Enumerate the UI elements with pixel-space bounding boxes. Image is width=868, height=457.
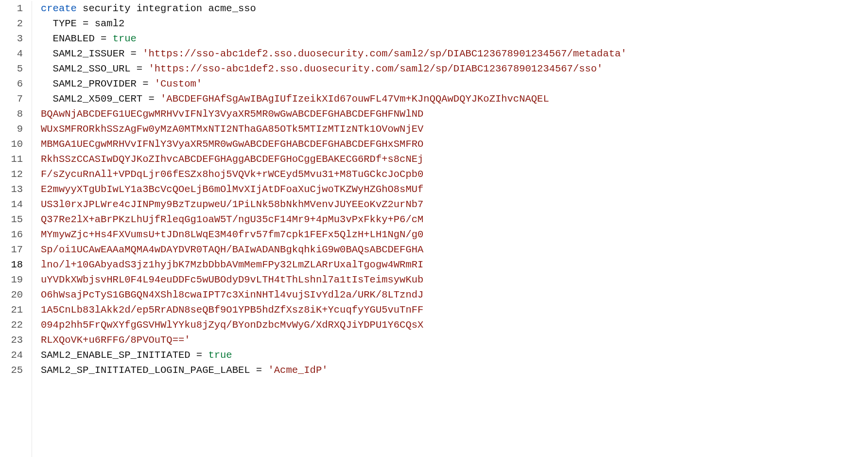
code-token: E2mwyyXTgUbIwLY1a3BcVcQOeLjB6mOlMvXIjAtD… (41, 184, 423, 195)
code-token: F/sZycuRnAll+VPDqLjr06fESZx8hoj5VQVk+rWC… (41, 169, 423, 180)
code-token: Q37Re2lX+aBrPKzLhUjfRleqGg1oaW5T/ngU35cF… (41, 214, 423, 225)
code-token: 'https://sso-abc1def2.sso.duosecurity.co… (148, 63, 603, 74)
code-token: SAML2_PROVIDER = (53, 78, 155, 89)
code-token: US3l0rxJPLWre4cJINPmy9BzTzupweU/1PiLNk58… (41, 199, 423, 210)
code-line[interactable]: SAML2_SSO_URL = 'https://sso-abc1def2.ss… (41, 61, 864, 76)
line-number: 21 (0, 302, 23, 317)
code-token: lno/l+10GAbyadS3jz1hyjbK7MzbDbbAVmMemFPy… (41, 259, 423, 270)
code-token: SAML2_X509_CERT = (53, 93, 160, 105)
line-number: 17 (0, 242, 23, 257)
code-line[interactable]: WUxSMFRORkhSSzAgFw0yMzA0MTMxNTI2NThaGA85… (41, 122, 864, 137)
line-number: 15 (0, 212, 23, 227)
code-token: SAML2_ISSUER = (53, 48, 143, 59)
code-line[interactable]: Q37Re2lX+aBrPKzLhUjfRleqGg1oaW5T/ngU35cF… (41, 212, 864, 227)
code-token: SAML2_SSO_URL = (53, 63, 149, 74)
code-line[interactable]: E2mwyyXTgUbIwLY1a3BcVcQOeLjB6mOlMvXIjAtD… (41, 182, 864, 197)
code-line[interactable]: MBMGA1UECgwMRHVvIFNlY3VyaXR5MR0wGwABCDEF… (41, 137, 864, 152)
line-number: 1 (0, 1, 23, 16)
code-line[interactable]: TYPE = saml2 (41, 16, 864, 31)
code-line[interactable]: 1A5CnLb83lAkk2d/ep5RrADN8seQBf9O1YPB5hdZ… (41, 302, 864, 317)
line-number: 2 (0, 16, 23, 31)
code-token: 094p2hh5FrQwXYfgGSVHWlYYku8jZyq/BYonDzbc… (41, 319, 423, 331)
code-token: 'Custom' (155, 78, 202, 89)
code-token: SAML2_SP_INITIATED_LOGIN_PAGE_LABEL = (41, 365, 268, 376)
code-line[interactable]: 094p2hh5FrQwXYfgGSVHWlYYku8jZyq/BYonDzbc… (41, 317, 864, 333)
code-token: 'https://sso-abc1def2.sso.duosecurity.co… (142, 48, 626, 59)
code-line[interactable]: MYmywZjc+Hs4FXVumsU+tJDn8LWqE3M40frv57fm… (41, 227, 864, 242)
code-line[interactable]: RLXQoVK+u6RFFG/8PVOuTQ==' (41, 333, 864, 348)
code-line[interactable]: SAML2_ISSUER = 'https://sso-abc1def2.sso… (41, 46, 864, 61)
line-number: 16 (0, 227, 23, 242)
code-token: create (41, 3, 77, 14)
line-number-gutter: 1234567891011121314151617181920212223242… (0, 1, 32, 457)
code-line[interactable]: uYVDkXWbjsvHRL0F4L94euDDFc5wUBOdyD9vLTH4… (41, 272, 864, 287)
line-number: 11 (0, 152, 23, 167)
code-line[interactable]: O6hWsajPcTyS1GBGQN4XShl8cwaIPT7c3XinNHTl… (41, 287, 864, 302)
code-line[interactable]: ENABLED = true (41, 31, 864, 46)
code-line[interactable]: SAML2_SP_INITIATED_LOGIN_PAGE_LABEL = 'A… (41, 363, 864, 378)
line-number: 19 (0, 272, 23, 287)
line-number: 14 (0, 197, 23, 212)
code-token: true (208, 350, 232, 361)
line-number: 4 (0, 46, 23, 61)
code-line[interactable]: create security integration acme_sso (41, 1, 864, 16)
code-line[interactable]: RkhSSzCCASIwDQYJKoZIhvcABCDEFGHAggABCDEF… (41, 152, 864, 167)
code-token: O6hWsajPcTyS1GBGQN4XShl8cwaIPT7c3XinNHTl… (41, 289, 423, 300)
line-number: 23 (0, 333, 23, 348)
code-token: 'ABCDEFGHAfSgAwIBAgIUfIzeikXId67ouwFL47V… (160, 93, 549, 105)
line-number: 18 (0, 257, 23, 272)
code-token: 1A5CnLb83lAkk2d/ep5RrADN8seQBf9O1YPB5hdZ… (41, 304, 423, 316)
code-token: BQAwNjABCDEFG1UECgwMRHVvIFNlY3VyaXR5MR0w… (41, 108, 423, 120)
code-line[interactable]: Sp/oi1UCAwEAAaMQMA4wDAYDVR0TAQH/BAIwADAN… (41, 242, 864, 257)
code-token: security integration acme_sso (77, 3, 256, 14)
code-content[interactable]: create security integration acme_sso TYP… (32, 1, 868, 457)
code-token: SAML2_ENABLE_SP_INITIATED = (41, 350, 208, 361)
code-token: true (113, 33, 137, 44)
line-number: 22 (0, 317, 23, 333)
code-line[interactable]: SAML2_X509_CERT = 'ABCDEFGHAfSgAwIBAgIUf… (41, 91, 864, 106)
code-line[interactable]: lno/l+10GAbyadS3jz1hyjbK7MzbDbbAVmMemFPy… (41, 257, 864, 272)
line-number: 6 (0, 76, 23, 91)
code-token: uYVDkXWbjsvHRL0F4L94euDDFc5wUBOdyD9vLTH4… (41, 274, 423, 285)
line-number: 9 (0, 122, 23, 137)
line-number: 20 (0, 287, 23, 302)
line-number: 24 (0, 348, 23, 363)
code-token: WUxSMFRORkhSSzAgFw0yMzA0MTMxNTI2NThaGA85… (41, 123, 423, 135)
code-line[interactable]: SAML2_ENABLE_SP_INITIATED = true (41, 348, 864, 363)
line-number: 25 (0, 363, 23, 378)
code-line[interactable]: US3l0rxJPLWre4cJINPmy9BzTzupweU/1PiLNk58… (41, 197, 864, 212)
code-token: MBMGA1UECgwMRHVvIFNlY3VyaXR5MR0wGwABCDEF… (41, 139, 423, 150)
code-line[interactable]: F/sZycuRnAll+VPDqLjr06fESZx8hoj5VQVk+rWC… (41, 167, 864, 182)
code-line[interactable]: SAML2_PROVIDER = 'Custom' (41, 76, 864, 91)
code-token: ENABLED = (53, 33, 113, 44)
line-number: 13 (0, 182, 23, 197)
code-token: 'Acme_IdP' (268, 365, 328, 376)
code-token: TYPE = saml2 (53, 18, 125, 29)
line-number: 8 (0, 106, 23, 122)
line-number: 10 (0, 137, 23, 152)
line-number: 12 (0, 167, 23, 182)
code-token: RkhSSzCCASIwDQYJKoZIhvcABCDEFGHAggABCDEF… (41, 154, 423, 165)
code-editor[interactable]: 1234567891011121314151617181920212223242… (0, 0, 868, 457)
line-number: 3 (0, 31, 23, 46)
line-number: 5 (0, 61, 23, 76)
code-token: RLXQoVK+u6RFFG/8PVOuTQ==' (41, 334, 191, 346)
code-token: Sp/oi1UCAwEAAaMQMA4wDAYDVR0TAQH/BAIwADAN… (41, 244, 423, 255)
line-number: 7 (0, 91, 23, 106)
code-line[interactable]: BQAwNjABCDEFG1UECgwMRHVvIFNlY3VyaXR5MR0w… (41, 106, 864, 122)
code-token: MYmywZjc+Hs4FXVumsU+tJDn8LWqE3M40frv57fm… (41, 229, 423, 240)
